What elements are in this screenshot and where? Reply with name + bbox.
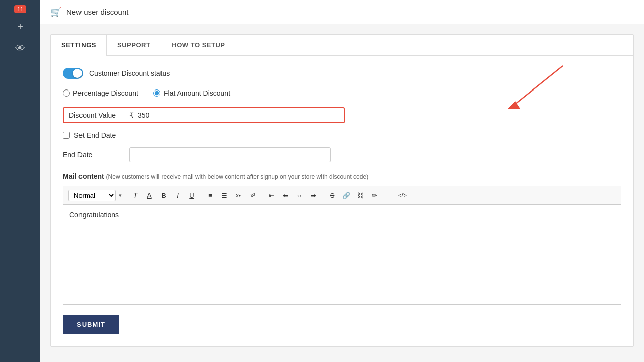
- link-button[interactable]: 🔗: [340, 189, 352, 201]
- set-end-date-row: Set End Date: [63, 131, 621, 139]
- align-center-button[interactable]: ↔: [293, 189, 305, 201]
- editor-content-area[interactable]: Congratulations: [63, 204, 621, 305]
- customer-discount-label: Customer Discount status: [89, 69, 170, 77]
- page-title: New user discount: [66, 8, 128, 16]
- unlink-button[interactable]: ⛓: [354, 189, 366, 201]
- currency-symbol: ₹: [129, 111, 134, 119]
- discount-type-row: Percentage Discount Flat Amount Discount: [63, 89, 621, 97]
- toolbar-separator-2: [201, 191, 201, 200]
- toolbar-divider-1: ▾: [119, 192, 122, 199]
- italic-button[interactable]: I: [172, 189, 184, 201]
- bold-button[interactable]: B: [157, 189, 170, 201]
- superscript-button[interactable]: x²: [247, 189, 259, 201]
- cart-icon: 🛒: [50, 7, 61, 18]
- add-icon[interactable]: +: [17, 21, 23, 33]
- discount-value-label: Discount Value: [69, 111, 129, 119]
- align-right-button[interactable]: ➡: [307, 189, 319, 201]
- discount-value-input[interactable]: [138, 111, 339, 119]
- sidebar-badge: 11: [14, 5, 26, 13]
- tabs-bar: SETTINGS SUPPORT HOW TO SETUP: [51, 35, 633, 56]
- ordered-list-button[interactable]: ≡: [204, 189, 216, 201]
- tab-how-to-setup[interactable]: HOW TO SETUP: [161, 35, 235, 55]
- clear-format-button[interactable]: T: [129, 189, 141, 201]
- tab-support[interactable]: SUPPORT: [107, 35, 161, 55]
- svg-marker-1: [508, 101, 520, 109]
- submit-button[interactable]: SUBMIT: [63, 315, 119, 334]
- content-area: SETTINGS SUPPORT HOW TO SETUP: [40, 24, 644, 362]
- tab-settings[interactable]: SETTINGS: [51, 35, 107, 56]
- flat-amount-discount-option[interactable]: Flat Amount Discount: [153, 89, 230, 97]
- percentage-radio[interactable]: [63, 89, 70, 97]
- subscript-button[interactable]: x₂: [232, 189, 245, 201]
- font-color-button[interactable]: A: [143, 189, 155, 201]
- set-end-date-label: Set End Date: [74, 131, 116, 139]
- sidebar: 11 + 👁: [0, 0, 40, 362]
- flat-radio[interactable]: [153, 89, 160, 97]
- toolbar-separator-3: [262, 191, 262, 200]
- end-date-label: End Date: [63, 151, 129, 159]
- format-select[interactable]: Normal Heading 1 Heading 2: [68, 190, 116, 201]
- mail-content-section-label: Mail content (New customers will receive…: [63, 172, 621, 180]
- underline-button[interactable]: U: [186, 189, 198, 201]
- eye-icon[interactable]: 👁: [15, 43, 25, 54]
- customer-discount-toggle[interactable]: [63, 68, 83, 79]
- customer-discount-status-row: Customer Discount status: [63, 68, 621, 79]
- em-dash-button[interactable]: —: [382, 189, 394, 201]
- set-end-date-checkbox[interactable]: [63, 132, 70, 139]
- toolbar-separator-4: [323, 191, 323, 200]
- align-left-button[interactable]: ⬅: [279, 189, 291, 201]
- discount-value-row: Discount Value ₹: [63, 107, 345, 123]
- tab-content-settings: Customer Discount status Percentage Disc…: [51, 56, 633, 346]
- paint-button[interactable]: ✏: [368, 189, 380, 201]
- end-date-input[interactable]: [129, 147, 331, 162]
- settings-card: SETTINGS SUPPORT HOW TO SETUP: [50, 34, 634, 347]
- unordered-list-button[interactable]: ☰: [218, 189, 230, 201]
- topbar: 🛒 New user discount: [40, 0, 644, 24]
- code-button[interactable]: </>: [396, 189, 409, 201]
- main-content: 🛒 New user discount SETTINGS SUPPORT HOW…: [40, 0, 644, 362]
- editor-toolbar: Normal Heading 1 Heading 2 ▾ T A B I U ≡…: [63, 186, 621, 204]
- indent-left-button[interactable]: ⇤: [265, 189, 277, 201]
- strikethrough-button[interactable]: S: [326, 189, 338, 201]
- end-date-row: End Date: [63, 147, 621, 162]
- submit-section: SUBMIT: [63, 305, 621, 334]
- toolbar-separator-1: [126, 191, 126, 200]
- percentage-discount-option[interactable]: Percentage Discount: [63, 89, 138, 97]
